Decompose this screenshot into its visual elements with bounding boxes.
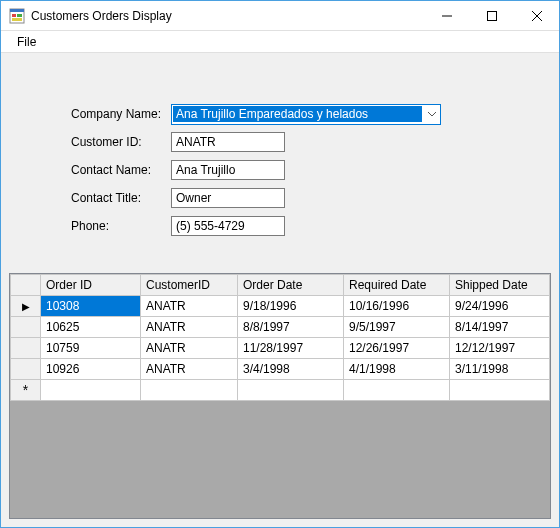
cell-shipped-date[interactable]: 9/24/1996 <box>450 296 550 317</box>
table-row[interactable]: 10625 ANATR 8/8/1997 9/5/1997 8/14/1997 <box>11 317 550 338</box>
cell-customer-id[interactable]: ANATR <box>141 338 238 359</box>
svg-rect-6 <box>487 11 496 20</box>
minimize-button[interactable] <box>424 1 469 30</box>
orders-grid[interactable]: Order ID CustomerID Order Date Required … <box>9 273 551 519</box>
contact-name-input[interactable] <box>171 160 285 180</box>
cell-empty[interactable] <box>450 380 550 401</box>
window-title: Customers Orders Display <box>31 9 424 23</box>
table-row[interactable]: 10759 ANATR 11/28/1997 12/26/1997 12/12/… <box>11 338 550 359</box>
orders-table: Order ID CustomerID Order Date Required … <box>10 274 550 401</box>
table-header-row: Order ID CustomerID Order Date Required … <box>11 275 550 296</box>
titlebar: Customers Orders Display <box>1 1 559 31</box>
cell-order-id[interactable]: 10926 <box>41 359 141 380</box>
svg-rect-1 <box>10 9 24 12</box>
svg-rect-4 <box>12 18 22 21</box>
company-name-value: Ana Trujillo Emparedados y helados <box>173 106 422 122</box>
cell-customer-id[interactable]: ANATR <box>141 359 238 380</box>
form-panel: Company Name: Ana Trujillo Emparedados y… <box>1 53 559 273</box>
cell-required-date[interactable]: 10/16/1996 <box>344 296 450 317</box>
close-button[interactable] <box>514 1 559 30</box>
col-customer-id[interactable]: CustomerID <box>141 275 238 296</box>
contact-name-label: Contact Name: <box>71 163 171 177</box>
cell-order-id[interactable]: 10308 <box>41 296 141 317</box>
cell-shipped-date[interactable]: 12/12/1997 <box>450 338 550 359</box>
col-required-date[interactable]: Required Date <box>344 275 450 296</box>
chevron-down-icon[interactable] <box>423 112 440 117</box>
customer-id-label: Customer ID: <box>71 135 171 149</box>
col-shipped-date[interactable]: Shipped Date <box>450 275 550 296</box>
menu-file[interactable]: File <box>9 33 44 51</box>
cell-order-date[interactable]: 3/4/1998 <box>238 359 344 380</box>
cell-customer-id[interactable]: ANATR <box>141 296 238 317</box>
cell-required-date[interactable]: 4/1/1998 <box>344 359 450 380</box>
cell-empty[interactable] <box>238 380 344 401</box>
cell-order-date[interactable]: 9/18/1996 <box>238 296 344 317</box>
cell-shipped-date[interactable]: 8/14/1997 <box>450 317 550 338</box>
new-row[interactable]: * <box>11 380 550 401</box>
contact-title-input[interactable] <box>171 188 285 208</box>
svg-rect-2 <box>12 14 16 17</box>
company-name-label: Company Name: <box>71 107 171 121</box>
maximize-button[interactable] <box>469 1 514 30</box>
col-order-id[interactable]: Order ID <box>41 275 141 296</box>
col-order-date[interactable]: Order Date <box>238 275 344 296</box>
phone-label: Phone: <box>71 219 171 233</box>
row-header-corner[interactable] <box>11 275 41 296</box>
table-row[interactable]: 10926 ANATR 3/4/1998 4/1/1998 3/11/1998 <box>11 359 550 380</box>
cell-empty[interactable] <box>41 380 141 401</box>
cell-empty[interactable] <box>141 380 238 401</box>
cell-required-date[interactable]: 12/26/1997 <box>344 338 450 359</box>
svg-rect-3 <box>17 14 22 17</box>
cell-empty[interactable] <box>344 380 450 401</box>
current-row-indicator-icon: ▶ <box>22 301 30 312</box>
new-row-indicator-icon: * <box>23 382 28 398</box>
cell-order-id[interactable]: 10625 <box>41 317 141 338</box>
cell-shipped-date[interactable]: 3/11/1998 <box>450 359 550 380</box>
cell-order-date[interactable]: 8/8/1997 <box>238 317 344 338</box>
cell-order-id[interactable]: 10759 <box>41 338 141 359</box>
cell-order-date[interactable]: 11/28/1997 <box>238 338 344 359</box>
phone-input[interactable] <box>171 216 285 236</box>
app-window: Customers Orders Display File Company Na… <box>0 0 560 528</box>
window-controls <box>424 1 559 30</box>
company-name-combobox[interactable]: Ana Trujillo Emparedados y helados <box>171 104 441 125</box>
menubar: File <box>1 31 559 53</box>
app-icon <box>9 8 25 24</box>
customer-id-input[interactable] <box>171 132 285 152</box>
cell-customer-id[interactable]: ANATR <box>141 317 238 338</box>
cell-required-date[interactable]: 9/5/1997 <box>344 317 450 338</box>
table-row[interactable]: ▶ 10308 ANATR 9/18/1996 10/16/1996 9/24/… <box>11 296 550 317</box>
contact-title-label: Contact Title: <box>71 191 171 205</box>
